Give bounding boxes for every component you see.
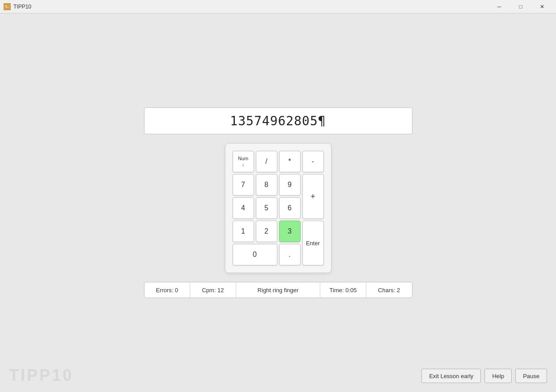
watermark: TIPP10 — [9, 366, 73, 385]
key-enter[interactable]: Enter — [302, 221, 324, 265]
window-title: TIPP10 — [13, 4, 31, 10]
cpm-display: Cpm: 12 — [190, 282, 236, 298]
key-numlock[interactable]: Num↓ — [233, 151, 254, 172]
key-8[interactable]: 8 — [256, 174, 277, 196]
main-content: 13574962805¶ Num↓ / * - 7 8 9 + 4 5 6 1 … — [0, 13, 556, 392]
maximize-button[interactable]: □ — [510, 0, 531, 13]
key-minus[interactable]: - — [302, 151, 324, 172]
status-bar: Errors: 0 Cpm: 12 Right ring finger Time… — [144, 282, 412, 298]
minimize-button[interactable]: ─ — [489, 0, 509, 13]
time-display: Time: 0:05 — [320, 282, 366, 298]
svg-rect-0 — [4, 4, 10, 9]
pause-button[interactable]: Pause — [515, 369, 547, 383]
close-button[interactable]: ✕ — [532, 0, 552, 13]
key-1[interactable]: 1 — [233, 221, 254, 242]
chars-display: Chars: 2 — [366, 282, 412, 298]
key-7[interactable]: 7 — [233, 174, 254, 196]
title-bar-controls: ─ □ ✕ — [489, 0, 552, 13]
title-bar: TIPP10 ─ □ ✕ — [0, 0, 556, 13]
key-5[interactable]: 5 — [256, 197, 277, 219]
numpad-container: Num↓ / * - 7 8 9 + 4 5 6 1 2 3 Enter 0 . — [225, 143, 331, 273]
title-bar-left: TIPP10 — [4, 3, 31, 10]
key-multiply[interactable]: * — [279, 151, 301, 172]
key-4[interactable]: 4 — [233, 197, 254, 219]
key-plus[interactable]: + — [302, 174, 324, 219]
help-button[interactable]: Help — [484, 369, 512, 383]
numpad-grid: Num↓ / * - 7 8 9 + 4 5 6 1 2 3 Enter 0 . — [233, 151, 324, 265]
key-decimal[interactable]: . — [279, 244, 301, 265]
key-2[interactable]: 2 — [256, 221, 277, 242]
key-divide[interactable]: / — [256, 151, 277, 172]
exit-lesson-button[interactable]: Exit Lesson early — [421, 369, 481, 383]
typed-text: 13574962805¶ — [230, 114, 326, 128]
key-3[interactable]: 3 — [279, 221, 301, 242]
finger-hint: Right ring finger — [236, 282, 320, 298]
svg-rect-2 — [5, 7, 9, 8]
key-9[interactable]: 9 — [279, 174, 301, 196]
app-icon — [4, 3, 11, 10]
bottom-buttons: Exit Lesson early Help Pause — [421, 369, 547, 383]
key-0[interactable]: 0 — [233, 244, 277, 265]
svg-rect-1 — [5, 5, 7, 7]
key-6[interactable]: 6 — [279, 197, 301, 219]
errors-display: Errors: 0 — [144, 282, 191, 298]
text-display: 13574962805¶ — [144, 107, 412, 134]
